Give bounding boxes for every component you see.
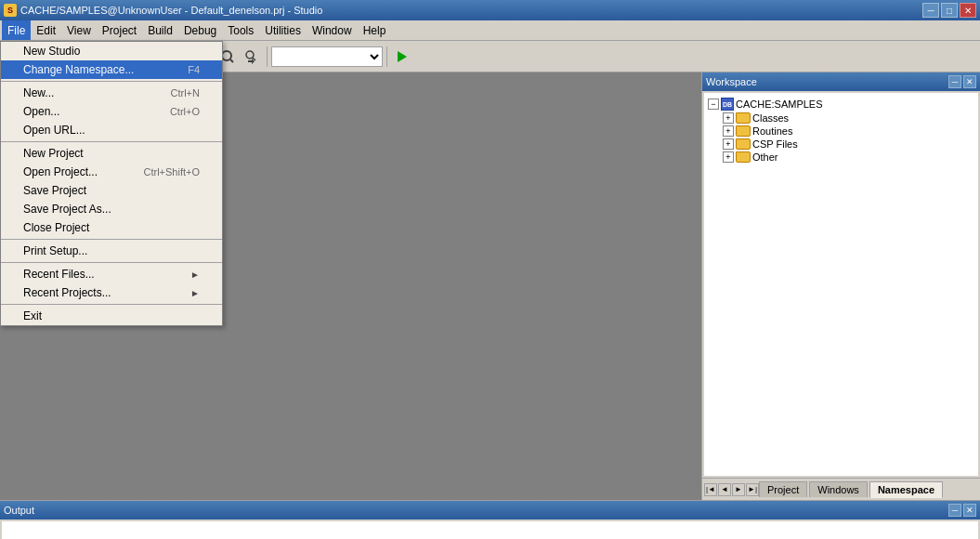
menu-tools[interactable]: Tools xyxy=(222,20,259,40)
workspace-nav-prev[interactable]: ◄ xyxy=(718,483,731,496)
workspace-pin-button[interactable]: ─ xyxy=(948,75,961,88)
output-content xyxy=(2,521,978,539)
workspace-nav-last[interactable]: ►| xyxy=(746,483,759,496)
tab-windows[interactable]: Windows xyxy=(809,481,868,497)
tree-root[interactable]: − DB CACHE:SAMPLES xyxy=(708,97,974,112)
tree-children: + Classes + Routines + CSP Files + xyxy=(708,112,974,164)
workspace-title-bar: Workspace ─ ✕ xyxy=(702,72,980,91)
minimize-button[interactable]: ─ xyxy=(922,3,939,18)
recent-projects-arrow: ► xyxy=(190,288,200,298)
toolbar-sep-5 xyxy=(386,46,387,67)
toolbar-compile[interactable] xyxy=(391,46,413,68)
tree-root-expand[interactable]: − xyxy=(708,99,719,110)
menu-help[interactable]: Help xyxy=(358,20,392,40)
menu-view[interactable]: View xyxy=(61,20,97,40)
tree-csp-expand[interactable]: + xyxy=(723,138,734,150)
title-bar: S CACHE/SAMPLES@UnknownUser - Default_de… xyxy=(0,0,980,20)
tab-project[interactable]: Project xyxy=(759,481,807,497)
window-controls: ─ □ ✕ xyxy=(922,3,976,18)
menu-window[interactable]: Window xyxy=(307,20,358,40)
tree-classes-icon xyxy=(736,112,751,124)
workspace-tab-bar: |◄ ◄ ► ►| Project Windows Namespace xyxy=(702,478,980,500)
workspace-close-button[interactable]: ✕ xyxy=(963,75,976,88)
menu-item-recent-files[interactable]: Recent Files... ► xyxy=(1,265,222,283)
output-close-button[interactable]: ✕ xyxy=(963,504,976,517)
menu-item-new[interactable]: New... Ctrl+N xyxy=(1,84,222,102)
menu-item-recent-projects[interactable]: Recent Projects... ► xyxy=(1,283,222,302)
menu-item-exit[interactable]: Exit xyxy=(1,307,222,325)
recent-files-arrow: ► xyxy=(190,270,200,280)
tree-classes-label: Classes xyxy=(752,112,789,124)
toolbar-replace[interactable] xyxy=(241,46,263,68)
menu-edit[interactable]: Edit xyxy=(31,20,61,40)
tree-item-csp[interactable]: + CSP Files xyxy=(723,138,974,151)
close-button[interactable]: ✕ xyxy=(960,3,976,18)
file-dropdown: New Studio Change Namespace... F4 New...… xyxy=(0,41,223,326)
output-title-bar: Output ─ ✕ xyxy=(0,501,980,519)
workspace-nav-buttons: |◄ ◄ ► ►| xyxy=(704,483,759,496)
workspace-controls: ─ ✕ xyxy=(948,75,976,88)
menu-item-save-project[interactable]: Save Project xyxy=(1,181,222,200)
menu-bar: File Edit View Project Build Debug Tools… xyxy=(0,20,980,41)
tree-root-icon: DB xyxy=(721,98,734,111)
tree-item-other[interactable]: + Other xyxy=(723,151,974,164)
workspace-nav-first[interactable]: |◄ xyxy=(704,483,717,496)
tree-csp-icon xyxy=(736,138,751,150)
separator-3 xyxy=(1,239,222,240)
svg-marker-23 xyxy=(398,51,407,62)
output-panel: Output ─ ✕ xyxy=(0,500,980,539)
svg-line-20 xyxy=(230,59,233,62)
tree-other-label: Other xyxy=(752,151,778,163)
title-text: S CACHE/SAMPLES@UnknownUser - Default_de… xyxy=(4,4,322,17)
menu-item-open-url[interactable]: Open URL... xyxy=(1,121,222,139)
tree-item-routines[interactable]: + Routines xyxy=(723,125,974,138)
workspace-nav-next[interactable]: ► xyxy=(732,483,745,496)
toolbar-sep-4 xyxy=(267,46,268,67)
menu-item-change-namespace[interactable]: Change Namespace... F4 xyxy=(1,60,222,79)
tree-item-classes[interactable]: + Classes xyxy=(723,112,974,125)
workspace-title: Workspace xyxy=(706,76,757,87)
menu-item-print-setup[interactable]: Print Setup... xyxy=(1,242,222,260)
tree-csp-label: CSP Files xyxy=(752,138,798,150)
tree-root-label: CACHE:SAMPLES xyxy=(736,99,823,110)
menu-file[interactable]: File xyxy=(2,20,31,40)
svg-point-19 xyxy=(222,51,231,60)
menu-project[interactable]: Project xyxy=(97,20,142,40)
app-icon: S xyxy=(4,4,17,17)
output-pin-button[interactable]: ─ xyxy=(948,504,961,517)
output-title-text: Output xyxy=(4,505,34,516)
menu-item-new-studio[interactable]: New Studio xyxy=(1,42,222,60)
maximize-button[interactable]: □ xyxy=(941,3,958,18)
tree-other-expand[interactable]: + xyxy=(723,151,734,163)
menu-item-close-project[interactable]: Close Project xyxy=(1,218,222,237)
toolbar-class-select[interactable] xyxy=(271,46,383,67)
menu-item-new-project[interactable]: New Project xyxy=(1,144,222,163)
tree-classes-expand[interactable]: + xyxy=(723,112,734,124)
separator-1 xyxy=(1,81,222,82)
tree-routines-expand[interactable]: + xyxy=(723,125,734,137)
tree-routines-icon xyxy=(736,125,751,137)
menu-item-open-project[interactable]: Open Project... Ctrl+Shift+O xyxy=(1,163,222,181)
menu-utilities[interactable]: Utilities xyxy=(259,20,307,40)
tree-other-icon xyxy=(736,151,751,163)
output-controls: ─ ✕ xyxy=(948,504,976,517)
tab-namespace[interactable]: Namespace xyxy=(869,481,943,498)
menu-debug[interactable]: Debug xyxy=(178,20,222,40)
separator-2 xyxy=(1,141,222,142)
separator-4 xyxy=(1,262,222,263)
tree-routines-label: Routines xyxy=(752,125,792,137)
menu-item-save-project-as[interactable]: Save Project As... xyxy=(1,200,222,218)
menu-item-open[interactable]: Open... Ctrl+O xyxy=(1,102,222,121)
workspace-panel: Workspace ─ ✕ − DB CACHE:SAMPLES + Class… xyxy=(701,72,980,500)
menu-build[interactable]: Build xyxy=(142,20,178,40)
separator-5 xyxy=(1,304,222,305)
svg-point-21 xyxy=(246,51,254,59)
workspace-tree: − DB CACHE:SAMPLES + Classes + Routines … xyxy=(704,93,978,476)
